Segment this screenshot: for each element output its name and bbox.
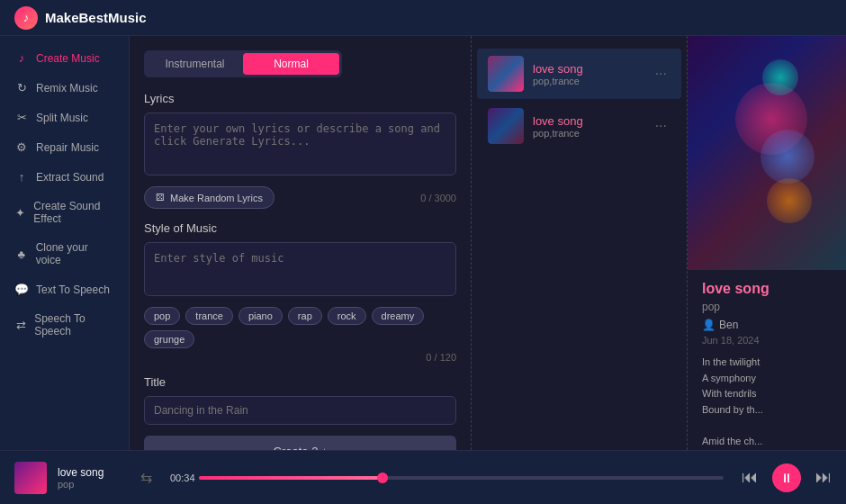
sidebar-item-label: Create Sound Effect [33,200,114,225]
extract-icon: ↑ [14,170,29,184]
user-icon: 👤 [702,319,716,331]
sidebar-item-clone-voice[interactable]: ♣ Clone your voice [4,234,125,274]
app-logo: ♪ [14,6,38,30]
mode-toggle: Instrumental Normal [144,50,342,77]
detail-user-name: Ben [719,319,738,331]
progress-bar[interactable] [199,476,724,480]
song-info-1: love song pop,trance [533,62,643,86]
detail-info: love song pop 👤 Ben Jun 18, 2024 In the … [688,270,846,450]
app-header: ♪ MakeBestMusic [0,0,846,36]
player-genre: pop [58,479,130,490]
style-tags-container: pop trance piano rap rock dreamy grunge [144,307,456,348]
play-pause-button[interactable]: ⏸ [772,464,801,492]
lyrics-char-count: 0 / 3000 [420,193,456,203]
sidebar-item-create-sound-effect[interactable]: ✦ Create Sound Effect [4,193,125,232]
detail-lyrics-preview: In the twilight A symphony With tendrils… [702,355,832,450]
player-song-name: love song [58,466,130,479]
sidebar-item-split-music[interactable]: ✂ Split Music [4,104,125,131]
next-button[interactable]: ⏭ [815,468,832,487]
repair-icon: ⚙ [14,140,29,154]
sidebar-item-extract-sound[interactable]: ↑ Extract Sound [4,163,125,191]
logo-icon: ♪ [23,11,30,24]
song-detail-panel: love song pop 👤 Ben Jun 18, 2024 In the … [688,36,846,450]
main-layout: ♪ Create Music ↻ Remix Music ✂ Split Mus… [0,36,846,450]
instrumental-mode-button[interactable]: Instrumental [147,53,243,75]
song-menu-1[interactable]: ··· [652,64,670,84]
style-tag-piano[interactable]: piano [238,307,283,325]
create-button[interactable]: Create 2 ♪ [144,436,456,450]
style-input[interactable] [144,242,456,296]
style-tag-grunge[interactable]: grunge [144,330,194,348]
sts-icon: ⇄ [14,319,27,332]
player-timeline: 00:34 [170,472,724,483]
style-tag-dreamy[interactable]: dreamy [372,307,425,325]
random-lyrics-label: Make Random Lyrics [170,193,263,203]
lyrics-label: Lyrics [144,92,456,105]
style-tag-pop[interactable]: pop [144,307,180,325]
shuffle-icon[interactable]: ⇆ [140,469,152,486]
sidebar-item-label: Speech To Speech [34,312,114,338]
sidebar-item-label: Text To Speech [36,284,110,296]
sound-effect-icon: ✦ [14,206,26,220]
song-menu-2[interactable]: ··· [652,116,670,136]
lyrics-input[interactable] [144,112,456,176]
player-controls: ⏮ ⏸ ⏭ [742,464,832,492]
progress-fill [199,476,382,480]
sidebar-item-label: Clone your voice [36,241,114,266]
song-genre-1: pop,trance [533,76,643,86]
current-time: 00:34 [170,472,195,483]
title-label: Title [144,375,456,389]
lyrics-footer: ⚄ Make Random Lyrics 0 / 3000 [144,186,456,209]
detail-song-name: love song [702,281,832,297]
clone-voice-icon: ♣ [14,248,29,261]
detail-artwork [688,36,846,270]
sidebar-item-remix-music[interactable]: ↻ Remix Music [4,74,125,102]
content-area: Instrumental Normal Lyrics ⚄ Make Random… [130,36,846,450]
sidebar-item-label: Remix Music [36,82,98,94]
orb-2 [760,130,814,184]
song-info-2: love song pop,trance [533,114,643,139]
orb-4 [762,59,798,95]
player-info: love song pop [58,466,130,490]
player-bar: love song pop ⇆ 00:34 ⏮ ⏸ ⏭ [0,450,846,504]
sidebar-item-create-music[interactable]: ♪ Create Music [4,44,125,72]
title-input[interactable] [144,396,456,425]
detail-date: Jun 18, 2024 [702,335,832,346]
song-list-item[interactable]: love song pop,trance ··· [477,49,681,99]
prev-button[interactable]: ⏮ [742,468,758,487]
sidebar: ♪ Create Music ↻ Remix Music ✂ Split Mus… [0,36,130,450]
style-char-count: 0 / 120 [144,352,456,363]
detail-user-row: 👤 Ben [702,319,832,331]
sidebar-item-speech-to-speech[interactable]: ⇄ Speech To Speech [4,305,125,345]
style-tag-rap[interactable]: rap [288,307,322,325]
song-name-2: love song [533,114,643,128]
thumb-art-1 [488,56,524,92]
make-random-lyrics-button[interactable]: ⚄ Make Random Lyrics [144,186,274,209]
detail-song-genre: pop [702,301,832,313]
thumb-art-2 [488,108,524,144]
sidebar-item-label: Extract Sound [36,171,104,184]
remix-icon: ↻ [14,81,29,94]
song-list-panel: love song pop,trance ··· love song pop,t… [472,36,688,450]
dice-icon: ⚄ [156,192,165,203]
progress-thumb [377,472,388,483]
time-row: 00:34 [170,472,724,483]
sidebar-item-label: Split Music [36,112,88,124]
style-tag-rock[interactable]: rock [328,307,366,325]
sidebar-item-label: Repair Music [36,141,99,154]
split-icon: ✂ [14,111,29,124]
tts-icon: 💬 [14,283,29,296]
sidebar-item-text-to-speech[interactable]: 💬 Text To Speech [4,275,125,303]
style-tag-trance[interactable]: trance [185,307,233,325]
style-label: Style of Music [144,221,456,235]
song-genre-2: pop,trance [533,128,643,139]
sidebar-item-label: Create Music [36,52,100,65]
song-thumbnail-2 [488,108,524,144]
normal-mode-button[interactable]: Normal [243,53,339,75]
song-list-item[interactable]: love song pop,trance ··· [477,101,681,151]
sidebar-item-repair-music[interactable]: ⚙ Repair Music [4,133,125,161]
orb-3 [767,178,812,223]
song-name-1: love song [533,62,643,76]
song-thumbnail-1 [488,56,524,92]
app-name: MakeBestMusic [45,10,147,25]
